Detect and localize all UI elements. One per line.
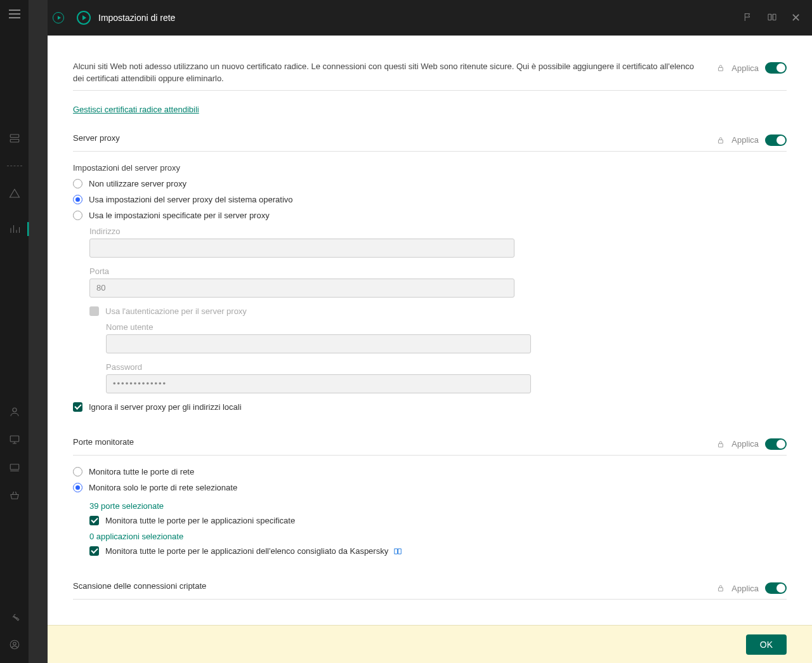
close-icon[interactable]: ✕ [791,12,801,23]
section-certificates: Alcuni siti Web noti adesso utilizzano u… [73,61,787,91]
svg-rect-0 [10,135,19,138]
ports-apps-checkbox[interactable] [89,516,99,525]
section-ports-header: Porte monitorate Applica [73,437,787,456]
manage-certificates-link[interactable]: Gestisci certificati radice attendibili [73,105,199,114]
svg-rect-10 [719,588,723,591]
certificates-intro-text: Alcuni siti Web noti adesso utilizzano u… [73,61,697,85]
back-icon-small[interactable] [53,12,64,23]
proxy-toggle[interactable] [765,135,787,146]
ports-opt-selected-label: Monitora solo le porte di rete seleziona… [89,483,237,492]
nav-desktop-icon[interactable] [9,434,20,445]
ports-apps-row: Monitora tutte le porte per le applicazi… [89,516,787,525]
proxy-address-input[interactable] [89,239,514,258]
ports-radio-all[interactable] [73,467,82,476]
proxy-radio-none[interactable] [73,179,82,188]
nav-monitor-icon[interactable] [9,462,20,473]
lock-icon [716,584,725,593]
panel-header: Impostazioni di rete ✕ [48,0,812,36]
proxy-auth-checkbox[interactable] [89,306,99,316]
proxy-bypass-checkbox[interactable] [73,402,82,412]
proxy-port-label: Porta [89,266,787,276]
proxy-bypass-label: Ignora il server proxy per gli indirizzi… [89,402,242,412]
book-open-icon[interactable] [767,12,777,24]
proxy-user-input[interactable] [106,334,531,353]
svg-point-6 [13,642,16,645]
nav-separator [7,166,22,166]
proxy-password-input[interactable] [106,374,531,393]
encrypted-section-title: Scansione delle connessioni criptate [73,581,697,591]
certificates-toggle[interactable] [765,62,787,74]
panel-content: Alcuni siti Web noti adesso utilizzano u… [48,36,812,663]
proxy-opt-manual-row: Usa le impostazioni specificate per il s… [73,211,787,220]
nav-rail [0,0,29,663]
svg-rect-8 [719,140,723,143]
proxy-auth-label: Usa l'autenticazione per il server proxy [105,306,247,316]
proxy-auth-row: Usa l'autenticazione per il server proxy [89,306,787,316]
proxy-password-label: Password [106,362,787,372]
nav-warning-icon[interactable] [9,188,20,199]
proxy-radio-manual[interactable] [73,211,82,220]
proxy-radio-os[interactable] [73,195,82,204]
proxy-address-label: Indirizzo [89,226,787,236]
page-title: Impostazioni di rete [98,13,175,23]
section-proxy-header: Server proxy Applica [73,133,787,152]
proxy-section-title: Server proxy [73,133,697,143]
ports-opt-all-label: Monitora tutte le porte di rete [89,467,194,476]
ports-radio-selected[interactable] [73,483,82,492]
proxy-opt-none-row: Non utilizzare server proxy [73,179,787,188]
svg-rect-1 [10,140,19,143]
ports-apps-label: Monitora tutte le porte per le applicazi… [105,516,295,525]
proxy-opt-manual-label: Usa le impostazioni specificate per il s… [89,211,270,220]
secondary-column [29,0,48,663]
nav-user-icon[interactable] [9,406,20,417]
section-encrypted-header: Scansione delle connessioni criptate App… [73,581,787,600]
menu-hamburger-icon[interactable] [9,10,20,18]
lock-icon [716,440,725,449]
svg-rect-3 [10,436,19,442]
svg-rect-7 [719,67,723,70]
nav-wrench-icon[interactable] [9,611,20,622]
ok-button[interactable]: OK [746,634,787,655]
applica-label: Applica [731,135,759,145]
nav-server-icon[interactable] [9,133,20,144]
svg-rect-9 [719,443,723,447]
encrypted-toggle[interactable] [765,582,787,594]
settings-panel: Impostazioni di rete ✕ Alcuni siti Web n… [48,0,812,663]
proxy-user-label: Nome utente [106,322,787,332]
lock-icon [716,63,725,72]
ports-kaspersky-row: Monitora tutte le porte per le applicazi… [89,546,787,556]
svg-rect-4 [10,464,19,469]
proxy-port-input[interactable] [89,279,514,298]
nav-account-circle-icon[interactable] [9,639,20,650]
lock-icon [716,136,725,145]
ports-kaspersky-checkbox[interactable] [89,546,99,556]
svg-point-2 [13,408,16,412]
ports-opt-selected-row: Monitora solo le porte di rete seleziona… [73,483,787,492]
applica-label: Applica [731,584,759,593]
proxy-bypass-row: Ignora il server proxy per gli indirizzi… [73,402,787,412]
ports-opt-all-row: Monitora tutte le porte di rete [73,467,787,476]
proxy-opt-os-row: Usa impostazioni del server proxy del si… [73,195,787,204]
ports-kaspersky-label: Monitora tutte le porte per le applicazi… [105,546,402,556]
ports-apps-link[interactable]: 0 applicazioni selezionate [89,532,183,541]
flag-icon[interactable] [743,12,753,24]
nav-basket-icon[interactable] [9,490,20,501]
help-book-icon[interactable] [393,547,402,556]
ports-toggle[interactable] [765,438,787,450]
back-icon[interactable] [77,11,91,25]
applica-label: Applica [731,439,759,449]
ports-selected-link[interactable]: 39 porte selezionate [89,501,164,511]
nav-chart-icon[interactable] [9,223,20,235]
applica-label: Applica [731,63,759,73]
proxy-opt-os-label: Usa impostazioni del server proxy del si… [89,195,293,204]
panel-footer: OK [48,625,812,663]
proxy-settings-label: Impostazioni del server proxy [73,163,787,173]
ports-section-title: Porte monitorate [73,437,697,447]
proxy-opt-none-label: Non utilizzare server proxy [89,179,187,188]
